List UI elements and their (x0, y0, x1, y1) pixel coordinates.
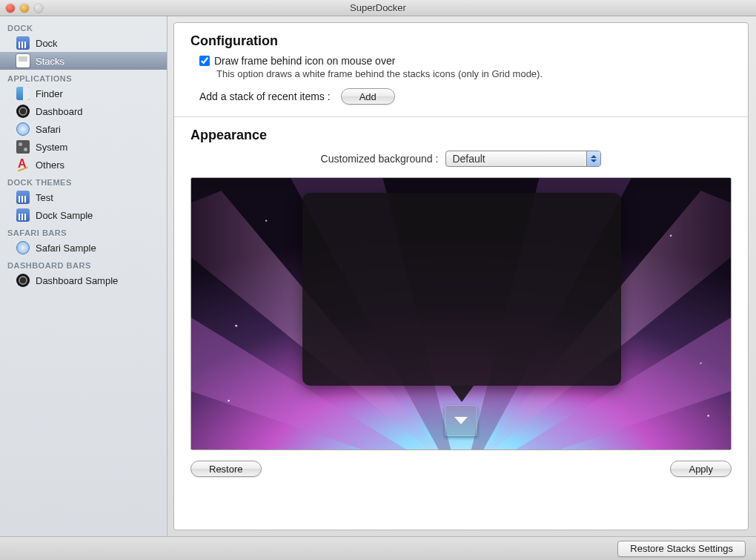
svg-point-6 (700, 363, 701, 364)
add-button[interactable]: Add (341, 88, 395, 105)
sidebar-group-label: DASHBOARD BARS (0, 257, 167, 271)
restore-button[interactable]: Restore (190, 461, 262, 477)
finder-icon (16, 87, 30, 100)
background-preview (190, 177, 732, 450)
sidebar-item-label: Test (36, 192, 53, 203)
sidebar-item-dashboard-sample[interactable]: Dashboard Sample (0, 271, 167, 289)
draw-frame-description: This option draws a white frame behind t… (216, 68, 732, 79)
sidebar-item-finder[interactable]: Finder (0, 85, 167, 102)
sidebar-item-stacks[interactable]: Stacks (0, 52, 167, 70)
dock-icon (16, 36, 30, 50)
separator (174, 116, 748, 117)
background-row: Customized background : Default (190, 151, 732, 167)
draw-frame-row[interactable]: Draw frame behind icon on mouse over (199, 55, 732, 67)
titlebar: SuperDocker (0, 0, 756, 16)
others-icon (16, 158, 30, 171)
background-select-value: Default (446, 153, 586, 165)
sidebar-group-label: APPLICATIONS (0, 70, 167, 85)
draw-frame-label: Draw frame behind icon on mouse over (214, 55, 395, 67)
sidebar-item-label: Finder (36, 88, 63, 99)
sidebar-item-system[interactable]: System (0, 138, 167, 156)
sidebar-item-label: Safari Sample (36, 243, 96, 254)
draw-frame-checkbox[interactable] (199, 56, 210, 66)
add-stack-label: Add a stack of recent items : (199, 90, 331, 102)
background-select[interactable]: Default (445, 151, 601, 167)
safari-icon (16, 241, 30, 254)
window-title: SuperDocker (0, 2, 756, 13)
sidebar-group-label: SAFARI BARS (0, 224, 167, 239)
preview-button-row: Restore Apply (190, 461, 732, 477)
stacks-icon (16, 54, 30, 67)
appearance-heading: Appearance (190, 128, 732, 143)
bottom-bar: Restore Stacks Settings (0, 537, 756, 560)
content-panel: Configuration Draw frame behind icon on … (173, 22, 749, 530)
sidebar-item-dock[interactable]: Dock (0, 34, 167, 52)
sidebar-item-test[interactable]: Test (0, 188, 167, 206)
sidebar-item-dashboard[interactable]: Dashboard (0, 102, 167, 120)
svg-point-3 (670, 235, 672, 237)
sidebar-item-label: Dock Sample (36, 210, 93, 221)
dashboard-icon (16, 274, 30, 287)
safari-icon (16, 122, 30, 136)
sidebar-item-safari-sample[interactable]: Safari Sample (0, 239, 167, 257)
svg-point-1 (265, 220, 267, 221)
svg-point-7 (228, 400, 229, 401)
dock-icon (16, 208, 30, 222)
svg-point-8 (707, 415, 709, 416)
select-stepper-icon (586, 151, 600, 166)
svg-point-5 (235, 325, 237, 327)
sidebar-item-label: Others (36, 159, 64, 171)
background-label: Customized background : (321, 153, 439, 165)
sidebar: DOCKDockStacksAPPLICATIONSFinderDashboar… (0, 16, 168, 536)
system-icon (16, 140, 30, 154)
sidebar-item-label: Safari (36, 124, 61, 135)
configuration-heading: Configuration (190, 33, 732, 49)
sidebar-item-label: Dashboard Sample (36, 275, 118, 286)
preview-dock-arrow-icon (445, 405, 477, 436)
sidebar-group-label: DOCK THEMES (0, 174, 167, 188)
dashboard-icon (16, 105, 30, 118)
sidebar-item-dock-sample[interactable]: Dock Sample (0, 206, 167, 224)
sidebar-item-label: Stacks (36, 56, 64, 67)
sidebar-item-safari[interactable]: Safari (0, 120, 167, 138)
stack-popover-preview (302, 193, 621, 386)
sidebar-item-others[interactable]: Others (0, 156, 167, 174)
sidebar-item-label: System (36, 142, 67, 153)
sidebar-item-label: Dock (36, 38, 58, 49)
add-stack-row: Add a stack of recent items : Add (199, 88, 732, 105)
apply-button[interactable]: Apply (670, 461, 732, 477)
sidebar-item-label: Dashboard (36, 106, 83, 117)
content-wrap: Configuration Draw frame behind icon on … (168, 16, 756, 536)
dock-icon (16, 191, 30, 204)
sidebar-group-label: DOCK (0, 19, 167, 34)
restore-stacks-button[interactable]: Restore Stacks Settings (617, 541, 746, 557)
window-body: DOCKDockStacksAPPLICATIONSFinderDashboar… (0, 16, 756, 537)
